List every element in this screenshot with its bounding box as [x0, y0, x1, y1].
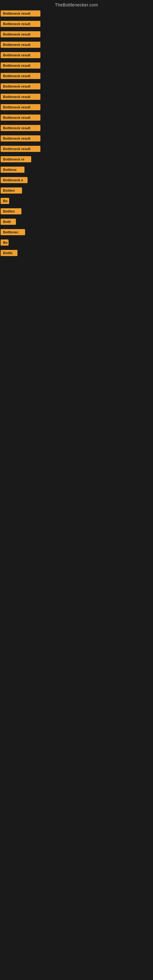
- bottleneck-badge[interactable]: Bottleneck result: [1, 52, 40, 58]
- list-item: Bottleneck result: [1, 145, 152, 154]
- bottleneck-badge[interactable]: Bottleneck result: [1, 62, 40, 68]
- bottleneck-badge[interactable]: Bottleneck result: [1, 21, 40, 27]
- list-item: Bottleneck result: [1, 41, 152, 49]
- list-item: Bottleneck result: [1, 83, 152, 91]
- bottleneck-badge[interactable]: Bottlen: [1, 208, 21, 215]
- list-item: Bottleneck result: [1, 103, 152, 112]
- bottleneck-badge[interactable]: Bottleneck result: [1, 115, 40, 121]
- bottleneck-badge[interactable]: Bottleneck result: [1, 104, 40, 110]
- bottleneck-badge[interactable]: Bo: [1, 240, 9, 246]
- bottleneck-badge[interactable]: Bottl: [1, 219, 16, 225]
- site-title: TheBottlenecker.com: [0, 0, 153, 9]
- list-item: Bottleneck result: [1, 114, 152, 123]
- site-header: TheBottlenecker.com: [0, 0, 153, 9]
- bottleneck-badge[interactable]: Bottleneck result: [1, 125, 40, 131]
- list-item: Bottle: [1, 249, 152, 258]
- list-item: Bottl: [1, 218, 152, 227]
- list-item: Bottlen: [1, 208, 152, 216]
- list-item: Bottleneck result: [1, 93, 152, 102]
- bottleneck-badge[interactable]: Bottleneck result: [1, 31, 40, 37]
- list-item: Bottleneck result: [1, 62, 152, 70]
- bottleneck-badge[interactable]: Bottlene: [1, 167, 24, 173]
- bottleneck-badge[interactable]: Bottleneck result: [1, 10, 40, 16]
- bottleneck-badge[interactable]: Bottleneck result: [1, 135, 40, 142]
- list-item: Bottleneck re: [1, 156, 152, 164]
- list-item: Bo: [1, 239, 152, 247]
- bottleneck-badge[interactable]: Bottleneck result: [1, 73, 40, 79]
- bottleneck-badge[interactable]: Bottlenec: [1, 229, 25, 235]
- list-item: Bottleneck result: [1, 30, 152, 39]
- list-item: Bottleneck result: [1, 51, 152, 60]
- list-item: Bottlenec: [1, 229, 152, 237]
- bottleneck-badge[interactable]: Bottleneck re: [1, 156, 31, 162]
- list-item: Bottleneck result: [1, 20, 152, 29]
- list-item: Bottleneck result: [1, 124, 152, 133]
- bottleneck-badge[interactable]: Bottle: [1, 250, 18, 256]
- bottleneck-badge[interactable]: Bottlen: [1, 188, 22, 194]
- bottleneck-badge[interactable]: Bottleneck result: [1, 146, 40, 152]
- list-item: Bottleneck result: [1, 72, 152, 81]
- list-item: Bottleneck result: [1, 135, 152, 143]
- list-item: Bottlene: [1, 166, 152, 175]
- list-item: Bottlen: [1, 187, 152, 196]
- bottleneck-badge[interactable]: Bottleneck result: [1, 41, 40, 48]
- list-item: Bo: [1, 197, 152, 206]
- bottleneck-badge[interactable]: Bo: [1, 198, 9, 204]
- bottleneck-badge[interactable]: Bottleneck result: [1, 94, 40, 100]
- bottleneck-badge[interactable]: Bottleneck result: [1, 83, 40, 89]
- bottleneck-list: Bottleneck resultBottleneck resultBottle…: [0, 9, 153, 261]
- list-item: Bottleneck result: [1, 10, 152, 18]
- bottleneck-badge[interactable]: Bottleneck e: [1, 177, 27, 183]
- list-item: Bottleneck e: [1, 177, 152, 185]
